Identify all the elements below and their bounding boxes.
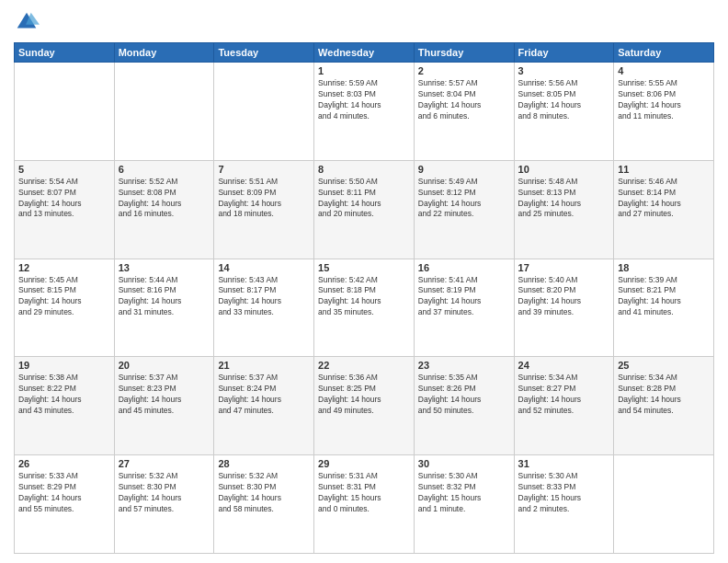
calendar-cell: 10Sunrise: 5:48 AM Sunset: 8:13 PM Dayli… [514,160,614,259]
calendar-week-row: 1Sunrise: 5:59 AM Sunset: 8:03 PM Daylig… [15,63,714,161]
calendar-cell: 3Sunrise: 5:56 AM Sunset: 8:05 PM Daylig… [514,63,614,161]
day-number: 30 [418,458,510,469]
calendar-cell: 26Sunrise: 5:33 AM Sunset: 8:29 PM Dayli… [15,455,115,554]
calendar-cell: 25Sunrise: 5:34 AM Sunset: 8:28 PM Dayli… [614,357,714,455]
day-number: 26 [18,458,110,469]
day-info: Sunrise: 5:40 AM Sunset: 8:20 PM Dayligh… [518,275,610,319]
calendar-day-header: Thursday [414,43,514,63]
day-number: 12 [18,262,110,273]
calendar-cell: 4Sunrise: 5:55 AM Sunset: 8:06 PM Daylig… [614,63,714,161]
day-number: 22 [318,360,410,371]
day-number: 2 [418,65,510,76]
day-number: 31 [518,458,610,469]
calendar-cell: 31Sunrise: 5:30 AM Sunset: 8:33 PM Dayli… [514,455,614,554]
day-number: 10 [518,164,610,175]
day-number: 13 [119,262,210,273]
calendar-cell: 9Sunrise: 5:49 AM Sunset: 8:12 PM Daylig… [414,160,514,259]
day-number: 16 [418,262,510,273]
day-number: 14 [218,262,310,273]
day-number: 11 [618,164,710,175]
calendar-cell: 18Sunrise: 5:39 AM Sunset: 8:21 PM Dayli… [614,259,714,357]
calendar-cell: 16Sunrise: 5:41 AM Sunset: 8:19 PM Dayli… [414,259,514,357]
day-info: Sunrise: 5:39 AM Sunset: 8:21 PM Dayligh… [618,275,710,319]
calendar-cell: 29Sunrise: 5:31 AM Sunset: 8:31 PM Dayli… [314,455,415,554]
calendar-day-header: Wednesday [314,43,415,63]
day-number: 15 [318,262,410,273]
day-number: 25 [618,360,710,371]
calendar-cell: 8Sunrise: 5:50 AM Sunset: 8:11 PM Daylig… [314,160,415,259]
calendar-cell: 14Sunrise: 5:43 AM Sunset: 8:17 PM Dayli… [214,259,314,357]
calendar-cell: 12Sunrise: 5:45 AM Sunset: 8:15 PM Dayli… [15,259,115,357]
day-info: Sunrise: 5:37 AM Sunset: 8:24 PM Dayligh… [218,373,310,417]
day-info: Sunrise: 5:32 AM Sunset: 8:30 PM Dayligh… [218,471,310,515]
calendar-cell: 20Sunrise: 5:37 AM Sunset: 8:23 PM Dayli… [114,357,214,455]
day-info: Sunrise: 5:31 AM Sunset: 8:31 PM Dayligh… [318,471,410,515]
day-info: Sunrise: 5:34 AM Sunset: 8:27 PM Dayligh… [518,373,610,417]
day-number: 19 [18,360,110,371]
day-number: 24 [518,360,610,371]
logo [14,9,43,35]
calendar-cell: 21Sunrise: 5:37 AM Sunset: 8:24 PM Dayli… [214,357,314,455]
day-number: 17 [518,262,610,273]
day-info: Sunrise: 5:59 AM Sunset: 8:03 PM Dayligh… [318,78,410,122]
day-info: Sunrise: 5:54 AM Sunset: 8:07 PM Dayligh… [18,177,110,221]
calendar-week-row: 5Sunrise: 5:54 AM Sunset: 8:07 PM Daylig… [15,160,714,259]
day-number: 23 [418,360,510,371]
calendar-cell: 24Sunrise: 5:34 AM Sunset: 8:27 PM Dayli… [514,357,614,455]
calendar-cell: 17Sunrise: 5:40 AM Sunset: 8:20 PM Dayli… [514,259,614,357]
calendar-cell [114,63,214,161]
calendar-day-header: Sunday [15,43,115,63]
day-info: Sunrise: 5:38 AM Sunset: 8:22 PM Dayligh… [18,373,110,417]
day-info: Sunrise: 5:30 AM Sunset: 8:33 PM Dayligh… [518,471,610,515]
calendar-cell: 2Sunrise: 5:57 AM Sunset: 8:04 PM Daylig… [414,63,514,161]
day-number: 21 [218,360,310,371]
day-info: Sunrise: 5:46 AM Sunset: 8:14 PM Dayligh… [618,177,710,221]
day-info: Sunrise: 5:45 AM Sunset: 8:15 PM Dayligh… [18,275,110,319]
calendar-cell: 23Sunrise: 5:35 AM Sunset: 8:26 PM Dayli… [414,357,514,455]
calendar-header-row: SundayMondayTuesdayWednesdayThursdayFrid… [15,43,714,63]
day-info: Sunrise: 5:37 AM Sunset: 8:23 PM Dayligh… [119,373,210,417]
day-number: 28 [218,458,310,469]
calendar-cell: 27Sunrise: 5:32 AM Sunset: 8:30 PM Dayli… [114,455,214,554]
day-info: Sunrise: 5:43 AM Sunset: 8:17 PM Dayligh… [218,275,310,319]
day-info: Sunrise: 5:51 AM Sunset: 8:09 PM Dayligh… [218,177,310,221]
calendar-day-header: Tuesday [214,43,314,63]
page: SundayMondayTuesdayWednesdayThursdayFrid… [0,0,728,563]
day-info: Sunrise: 5:30 AM Sunset: 8:32 PM Dayligh… [418,471,510,515]
day-info: Sunrise: 5:49 AM Sunset: 8:12 PM Dayligh… [418,177,510,221]
day-number: 9 [418,164,510,175]
calendar-day-header: Monday [114,43,214,63]
calendar-cell: 6Sunrise: 5:52 AM Sunset: 8:08 PM Daylig… [114,160,214,259]
header [14,9,714,35]
day-number: 7 [218,164,310,175]
day-number: 4 [618,65,710,76]
day-info: Sunrise: 5:42 AM Sunset: 8:18 PM Dayligh… [318,275,410,319]
calendar-cell: 7Sunrise: 5:51 AM Sunset: 8:09 PM Daylig… [214,160,314,259]
calendar-day-header: Friday [514,43,614,63]
calendar-cell: 28Sunrise: 5:32 AM Sunset: 8:30 PM Dayli… [214,455,314,554]
calendar-cell: 11Sunrise: 5:46 AM Sunset: 8:14 PM Dayli… [614,160,714,259]
day-info: Sunrise: 5:44 AM Sunset: 8:16 PM Dayligh… [119,275,210,319]
calendar-day-header: Saturday [614,43,714,63]
logo-icon [14,9,40,35]
calendar-cell: 30Sunrise: 5:30 AM Sunset: 8:32 PM Dayli… [414,455,514,554]
calendar-cell [614,455,714,554]
day-info: Sunrise: 5:57 AM Sunset: 8:04 PM Dayligh… [418,78,510,122]
day-number: 1 [318,65,410,76]
day-info: Sunrise: 5:33 AM Sunset: 8:29 PM Dayligh… [18,471,110,515]
day-number: 6 [119,164,210,175]
calendar-week-row: 26Sunrise: 5:33 AM Sunset: 8:29 PM Dayli… [15,455,714,554]
day-number: 5 [18,164,110,175]
day-number: 3 [518,65,610,76]
calendar-cell: 5Sunrise: 5:54 AM Sunset: 8:07 PM Daylig… [15,160,115,259]
calendar-cell [214,63,314,161]
day-info: Sunrise: 5:55 AM Sunset: 8:06 PM Dayligh… [618,78,710,122]
calendar-cell: 13Sunrise: 5:44 AM Sunset: 8:16 PM Dayli… [114,259,214,357]
calendar-week-row: 19Sunrise: 5:38 AM Sunset: 8:22 PM Dayli… [15,357,714,455]
calendar-cell: 22Sunrise: 5:36 AM Sunset: 8:25 PM Dayli… [314,357,415,455]
day-info: Sunrise: 5:36 AM Sunset: 8:25 PM Dayligh… [318,373,410,417]
day-number: 27 [119,458,210,469]
day-number: 20 [119,360,210,371]
day-info: Sunrise: 5:50 AM Sunset: 8:11 PM Dayligh… [318,177,410,221]
day-info: Sunrise: 5:41 AM Sunset: 8:19 PM Dayligh… [418,275,510,319]
